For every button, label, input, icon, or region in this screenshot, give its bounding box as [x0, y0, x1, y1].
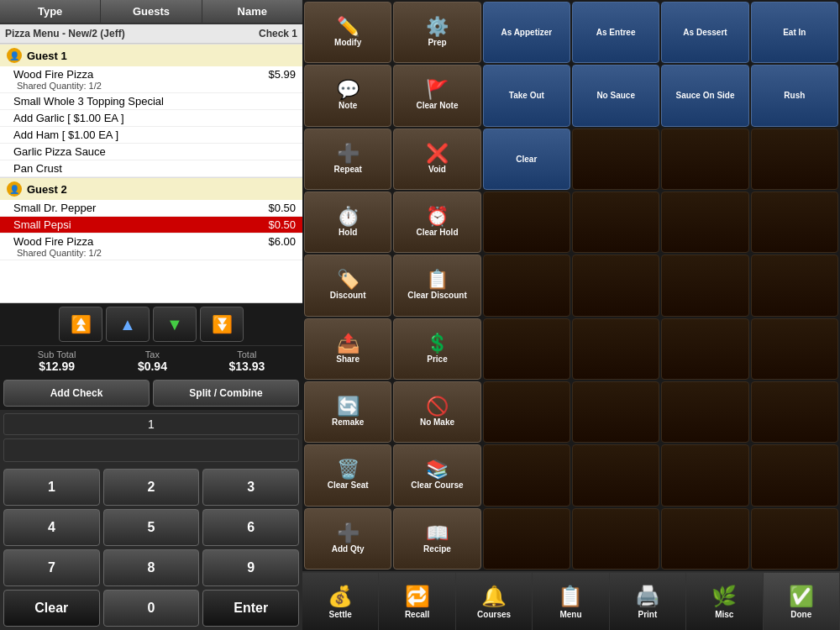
as-dessert-button[interactable]: As Dessert	[661, 2, 748, 63]
subtotal-label: Sub Total	[38, 349, 76, 360]
totals-row: Sub Total $12.99 Tax $0.94 Total $13.93	[0, 345, 302, 376]
num-8-button[interactable]: 8	[103, 549, 200, 586]
empty-9	[572, 255, 659, 316]
price-button[interactable]: 💲Price	[393, 318, 480, 380]
as-entree-button[interactable]: As Entree	[572, 2, 659, 63]
clear-discount-button[interactable]: 📋Clear Discount	[393, 255, 480, 316]
eat-in-button[interactable]: Eat In	[751, 2, 838, 63]
take-out-button[interactable]: Take Out	[483, 65, 570, 126]
list-item[interactable]: Add Ham [ $1.00 EA ]	[0, 127, 302, 144]
list-item-selected[interactable]: Small Pepsi$0.50	[0, 217, 302, 234]
tab-guests[interactable]: Guests	[101, 0, 202, 23]
empty-20	[483, 444, 570, 506]
settle-label: Settle	[329, 610, 352, 619]
action-grid: ✏️Modify ⚙️Prep As Appetizer As Entree A…	[302, 0, 840, 571]
clear-note-button[interactable]: 🚩Clear Note	[393, 65, 480, 126]
empty-25	[572, 508, 659, 570]
list-item[interactable]: Pan Crust	[0, 160, 302, 177]
empty-18	[661, 381, 748, 443]
modify-button[interactable]: ✏️Modify	[304, 2, 391, 63]
num-5-button[interactable]: 5	[103, 509, 200, 546]
misc-icon: 🌿	[711, 585, 737, 608]
empty-16	[483, 381, 570, 443]
num-6-button[interactable]: 6	[202, 509, 299, 546]
recall-button[interactable]: 🔁 Recall	[379, 573, 455, 630]
settle-icon: 💰	[328, 585, 353, 608]
list-item[interactable]: Small Dr. Pepper$0.50	[0, 200, 302, 217]
num-9-button[interactable]: 9	[202, 549, 299, 586]
menu-icon: 📋	[558, 585, 583, 608]
list-item[interactable]: Add Garlic [ $1.00 EA ]	[0, 110, 302, 127]
no-make-button[interactable]: 🚫No Make	[393, 381, 480, 443]
num-1-button[interactable]: 1	[3, 469, 100, 506]
empty-27	[751, 508, 838, 570]
clear-course-button[interactable]: 📚Clear Course	[393, 444, 480, 506]
split-combine-button[interactable]: Split / Combine	[153, 380, 299, 407]
remake-button[interactable]: 🔄Remake	[304, 381, 391, 443]
note-button[interactable]: 💬Note	[304, 65, 391, 126]
subtotal-col: Sub Total $12.99	[38, 349, 76, 373]
void-button[interactable]: ❌Void	[393, 129, 480, 190]
empty-26	[661, 508, 748, 570]
as-appetizer-button[interactable]: As Appetizer	[483, 2, 570, 63]
done-button[interactable]: ✅ Done	[764, 573, 840, 630]
done-label: Done	[790, 610, 811, 619]
print-button[interactable]: 🖨️ Print	[610, 573, 686, 630]
print-label: Print	[638, 610, 658, 619]
num-0-button[interactable]: 0	[103, 590, 200, 627]
tab-name[interactable]: Name	[202, 0, 302, 23]
add-qty-button[interactable]: ➕Add Qty	[304, 508, 391, 570]
empty-11	[751, 255, 838, 316]
scroll-down-bottom-button[interactable]: ⏬	[200, 307, 244, 342]
order-items[interactable]: 👤 Guest 1 Wood Fire Pizza$5.99 Shared Qu…	[0, 44, 302, 302]
menu-button[interactable]: 📋 Menu	[533, 573, 609, 630]
share-button[interactable]: 📤Share	[304, 318, 391, 380]
recipe-button[interactable]: 📖Recipe	[393, 508, 480, 570]
num-7-button[interactable]: 7	[3, 549, 100, 586]
empty-19	[751, 381, 838, 443]
bottom-controls: ⏫ ▲ ▼ ⏬ Sub Total $12.99 Tax $0.94 Total…	[0, 302, 302, 630]
sauce-on-side-button[interactable]: Sauce On Side	[661, 65, 748, 126]
clear-hold-button[interactable]: ⏰Clear Hold	[393, 192, 480, 253]
rush-button[interactable]: Rush	[751, 65, 838, 126]
prep-button[interactable]: ⚙️Prep	[393, 2, 480, 63]
tax-label: Tax	[138, 349, 167, 360]
repeat-button[interactable]: ➕Repeat	[304, 129, 391, 190]
scroll-down-button[interactable]: ▼	[153, 307, 197, 342]
guest-2-icon: 👤	[7, 181, 22, 197]
enter-button[interactable]: Enter	[202, 590, 299, 627]
print-icon: 🖨️	[635, 585, 660, 608]
scroll-up-top-button[interactable]: ⏫	[59, 307, 102, 342]
empty-2	[661, 129, 748, 190]
settle-button[interactable]: 💰 Settle	[302, 573, 379, 630]
empty-7	[751, 192, 838, 253]
num-4-button[interactable]: 4	[3, 509, 100, 546]
hold-button[interactable]: ⏱️Hold	[304, 192, 391, 253]
clear-seat-button[interactable]: 🗑️Clear Seat	[304, 444, 391, 506]
empty-5	[572, 192, 659, 253]
courses-label: Courses	[477, 610, 511, 619]
list-item[interactable]: Wood Fire Pizza$5.99 Shared Quantity: 1/…	[0, 66, 302, 93]
misc-button[interactable]: 🌿 Misc	[686, 573, 763, 630]
empty-13	[572, 318, 659, 380]
clear-button-grid[interactable]: Clear	[483, 129, 570, 190]
discount-button[interactable]: 🏷️Discount	[304, 255, 391, 316]
num-2-button[interactable]: 2	[103, 469, 200, 506]
check-action-row: Add Check Split / Combine	[0, 376, 302, 410]
empty-15	[751, 318, 838, 380]
clear-button[interactable]: Clear	[3, 590, 100, 627]
add-check-button[interactable]: Add Check	[3, 380, 150, 407]
list-item[interactable]: Garlic Pizza Sauce	[0, 144, 302, 160]
list-item[interactable]: Wood Fire Pizza$6.00 Shared Quantity: 1/…	[0, 234, 302, 260]
list-item[interactable]: Small Whole 3 Topping Special	[0, 93, 302, 110]
no-sauce-button[interactable]: No Sauce	[572, 65, 659, 126]
num-3-button[interactable]: 3	[202, 469, 299, 506]
empty-23	[751, 444, 838, 506]
courses-button[interactable]: 🔔 Courses	[456, 573, 533, 630]
guest-2-header: 👤 Guest 2	[0, 177, 302, 200]
scroll-up-button[interactable]: ▲	[106, 307, 150, 342]
guest-1-icon: 👤	[7, 48, 22, 63]
order-info: Pizza Menu - New/2 (Jeff) Check 1	[0, 24, 302, 44]
tab-type[interactable]: Type	[0, 0, 101, 23]
numpad-display-primary: 1	[3, 413, 299, 435]
